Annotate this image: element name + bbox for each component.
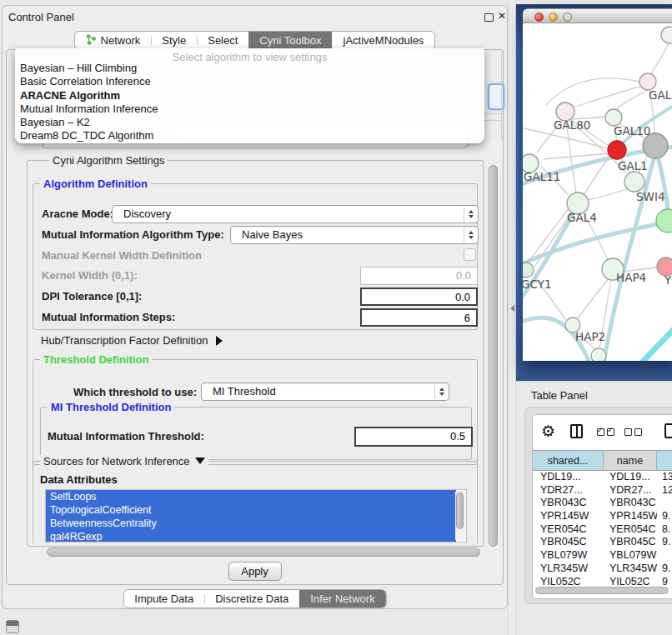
node-label: Y bbox=[664, 273, 672, 287]
dropdown-item-highlighted[interactable]: ARACNE Algorithm bbox=[15, 89, 484, 102]
attribute-item[interactable]: gal4RGexp bbox=[46, 530, 456, 542]
attribute-item[interactable]: SelfLoops bbox=[46, 490, 456, 503]
tab-network[interactable]: Network bbox=[75, 32, 152, 49]
node-gal-partial[interactable] bbox=[639, 73, 656, 90]
table-horizontal-scrollbar[interactable] bbox=[535, 587, 669, 594]
node-unlabeled[interactable] bbox=[661, 27, 672, 43]
algorithm-definition-group: Algorithm Definition Aracne Mode: Discov… bbox=[33, 183, 478, 330]
mi-threshold-input[interactable]: 0.5 bbox=[354, 427, 473, 447]
gear-icon[interactable]: ⚙ bbox=[541, 422, 555, 440]
mi-steps-input[interactable]: 6 bbox=[360, 308, 478, 327]
tab-jactivemnodules[interactable]: jActiveMNodules bbox=[333, 32, 435, 49]
table-row[interactable]: YLR345WYLR345W9. bbox=[533, 562, 672, 576]
table-cell: 9. bbox=[657, 536, 672, 549]
tab-select[interactable]: Select bbox=[197, 32, 248, 49]
node-label: GAL4 bbox=[567, 211, 597, 224]
document-icon[interactable] bbox=[664, 423, 672, 438]
table-row[interactable]: YPR145WYPR145W9. bbox=[533, 510, 672, 523]
close-icon[interactable]: ✕ bbox=[498, 10, 506, 22]
float-window-icon[interactable] bbox=[484, 13, 494, 22]
network-graph: GAL GAL80 GAL10 GAL1 GAL11 SWI4 GAL4 GCY… bbox=[523, 23, 672, 361]
mi-algorithm-type-value: Naive Bayes bbox=[242, 227, 303, 243]
floating-panel-icon[interactable] bbox=[6, 620, 19, 633]
settings-horizontal-scrollbar[interactable] bbox=[45, 548, 484, 558]
scrollbar-thumb[interactable] bbox=[47, 548, 480, 557]
table-cell: YIL052C bbox=[604, 576, 657, 587]
deselect-all-checks-icon[interactable] bbox=[624, 428, 642, 436]
mi-algorithm-type-combobox[interactable]: Naive Bayes bbox=[230, 226, 479, 244]
tab-label: Network bbox=[101, 34, 141, 47]
dropdown-item[interactable]: Bayesian – K2 bbox=[15, 116, 484, 129]
table-cell bbox=[657, 497, 672, 510]
panel-splitter[interactable] bbox=[508, 0, 516, 635]
node-swi4[interactable] bbox=[656, 209, 672, 232]
hub-definition-expander[interactable]: Hub/Transcription Factor Definition bbox=[41, 334, 223, 347]
apply-button[interactable]: Apply bbox=[228, 562, 282, 581]
which-threshold-label: Which threshold to use: bbox=[73, 386, 197, 398]
minimize-traffic-light-icon[interactable] bbox=[549, 12, 558, 22]
zoom-traffic-light-icon[interactable] bbox=[563, 12, 572, 22]
algorithm-combobox-fragment[interactable] bbox=[488, 83, 504, 110]
table-cell: YDL19... bbox=[533, 471, 604, 484]
tab-impute-data[interactable]: Impute Data bbox=[123, 590, 204, 608]
dropdown-item[interactable]: Basic Correlation Inference bbox=[15, 75, 484, 88]
node-gal10[interactable] bbox=[605, 109, 622, 126]
tab-cyni-toolbox[interactable]: Cyni Toolbox bbox=[248, 32, 332, 49]
tab-style[interactable]: Style bbox=[151, 32, 197, 49]
manual-kernel-width-checkbox[interactable] bbox=[464, 248, 476, 261]
data-attributes-list[interactable]: SelfLoops TopologicalCoefficient Between… bbox=[45, 489, 467, 542]
table-cell: 13 bbox=[657, 471, 672, 484]
aracne-mode-combobox[interactable]: Discovery bbox=[112, 205, 479, 223]
network-edge bbox=[650, 42, 669, 75]
scrollbar-thumb[interactable] bbox=[489, 165, 498, 547]
attribute-item[interactable]: TopologicalCoefficient bbox=[46, 503, 456, 517]
table-panel-title: Table Panel bbox=[531, 389, 588, 402]
select-all-checks-icon[interactable] bbox=[597, 428, 614, 436]
column-header-partial[interactable] bbox=[657, 450, 672, 471]
sources-expander[interactable]: Sources for Network Inference bbox=[40, 455, 208, 468]
table-cell: YER054C bbox=[533, 523, 604, 537]
node-label: GAL10 bbox=[614, 124, 650, 138]
kernel-width-input[interactable]: 0.0 bbox=[360, 267, 478, 285]
table-row[interactable]: YBR045CYBR045C9. bbox=[533, 536, 672, 549]
which-threshold-combobox[interactable]: MI Threshold bbox=[201, 382, 449, 401]
tab-infer-network[interactable]: Infer Network bbox=[299, 590, 385, 608]
table-row[interactable]: YIL052CYIL052C9 bbox=[533, 576, 672, 587]
dropdown-item[interactable]: Mutual Information Inference bbox=[15, 102, 484, 116]
splitter-handle[interactable] bbox=[510, 305, 514, 312]
table-row[interactable]: YDL19...YDL19...13 bbox=[533, 471, 672, 484]
bottom-tabs: Impute Data Discretize Data Infer Networ… bbox=[123, 589, 386, 608]
node-unlabeled[interactable] bbox=[591, 348, 606, 361]
scrollbar-thumb[interactable] bbox=[456, 492, 464, 529]
tab-label: Infer Network bbox=[310, 592, 374, 605]
node-gcy1[interactable] bbox=[523, 262, 534, 278]
settings-vertical-scrollbar[interactable] bbox=[489, 165, 499, 547]
dropdown-item[interactable]: Dream8 DC_TDC Algorithm bbox=[15, 129, 484, 142]
tab-discretize-data[interactable]: Discretize Data bbox=[204, 590, 299, 608]
right-region: GAL GAL80 GAL10 GAL1 GAL11 SWI4 GAL4 GCY… bbox=[516, 0, 672, 635]
list-vertical-scrollbar[interactable] bbox=[455, 491, 465, 541]
attribute-item[interactable]: BetweennessCentrality bbox=[46, 517, 456, 530]
table-row[interactable]: YBR043CYBR043C bbox=[533, 497, 672, 510]
table-cell: YDL19... bbox=[604, 471, 657, 484]
table-row[interactable]: YER054CYER054C8. bbox=[533, 523, 672, 537]
column-header-shared[interactable]: shared... bbox=[533, 450, 604, 471]
close-traffic-light-icon[interactable] bbox=[534, 12, 544, 22]
table-row[interactable]: YBL079WYBL079W bbox=[533, 549, 672, 562]
table-cell: YBR043C bbox=[604, 497, 657, 510]
network-canvas[interactable]: GAL GAL80 GAL10 GAL1 GAL11 SWI4 GAL4 GCY… bbox=[523, 23, 672, 361]
table-cell: 9 bbox=[657, 576, 672, 587]
tab-label: Style bbox=[162, 34, 186, 47]
dpi-tolerance-input[interactable]: 0.0 bbox=[360, 288, 478, 306]
network-window-titlebar[interactable] bbox=[523, 8, 672, 23]
column-header-name[interactable]: name bbox=[604, 450, 657, 471]
columns-icon[interactable] bbox=[570, 424, 583, 438]
dropdown-prompt: Select algorithm to view settings bbox=[15, 48, 484, 62]
mi-steps-label: Mutual Information Steps: bbox=[42, 311, 175, 323]
node-gal1[interactable] bbox=[624, 172, 644, 192]
table-row[interactable]: YDR27...YDR27...12 bbox=[533, 484, 672, 498]
sources-group: Sources for Network Inference Data Attri… bbox=[33, 461, 478, 544]
dropdown-item[interactable]: Bayesian – Hill Climbing bbox=[15, 62, 484, 75]
node-red-selected[interactable] bbox=[608, 141, 626, 159]
control-panel: Control Panel ✕ Network Style Select Cyn… bbox=[2, 5, 508, 609]
